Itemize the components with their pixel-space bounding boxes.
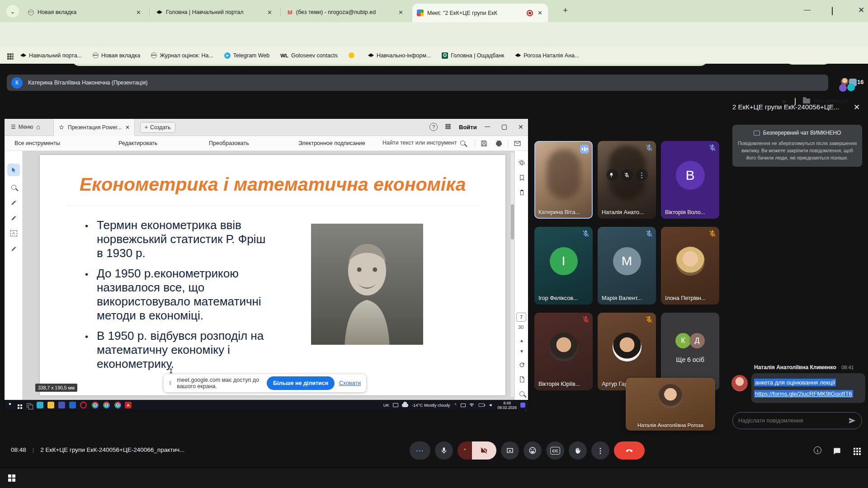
chat-message-bubble[interactable]: анкета для оцінювання лекції https://for…: [751, 373, 865, 403]
participant-tile[interactable]: В Вікторія Воло...: [661, 141, 719, 219]
acrobat-restore-button[interactable]: [502, 125, 507, 130]
new-tab-button[interactable]: +: [563, 5, 568, 15]
home-icon[interactable]: ⌂: [36, 123, 40, 131]
hide-link[interactable]: Сховати: [339, 380, 361, 386]
browser-tab-gmail[interactable]: M (без теми) - nrogoza@nubip.ed ✕: [283, 5, 409, 20]
page-view-icon[interactable]: [517, 374, 527, 384]
tab-close-icon[interactable]: ✕: [135, 9, 142, 16]
tab-close-icon[interactable]: ✕: [266, 9, 273, 16]
network-icon[interactable]: [469, 403, 474, 408]
zoom-tool-button[interactable]: [7, 181, 20, 193]
bookmark-portal[interactable]: Навчальний порта...: [20, 52, 82, 59]
mail-icon[interactable]: [514, 140, 521, 147]
tab-close-icon[interactable]: ✕: [397, 9, 404, 16]
more-options-button[interactable]: ⋮: [591, 441, 609, 460]
bookmarks-panel-icon[interactable]: [517, 173, 527, 183]
acrobat-icon[interactable]: A: [125, 402, 132, 408]
chrome-icon[interactable]: [103, 402, 110, 408]
menu-convert[interactable]: Преобразовать: [209, 140, 249, 146]
bookmark-rogoza[interactable]: Рогоза Наталія Ана...: [515, 52, 579, 59]
window-minimize-button[interactable]: —: [804, 5, 811, 13]
more-options-icon[interactable]: ⋮: [636, 169, 648, 181]
participant-tile[interactable]: І Ігор Феліксов...: [534, 227, 593, 305]
browser-tab-meet-active[interactable]: Meet: "2 ЕкК+ЦЕ групи ЕкК ✕: [412, 4, 548, 22]
camera-off-icon[interactable]: [472, 441, 496, 460]
participant-tile[interactable]: ⋮ Наталія Анато...: [598, 141, 656, 219]
signin-button[interactable]: Войти: [459, 124, 477, 131]
participant-tile[interactable]: Вікторія Юріїв...: [534, 313, 593, 390]
tab-search-button[interactable]: ⌄: [6, 5, 19, 18]
bookmark-goloseev[interactable]: WLGoloseev contacts: [280, 52, 338, 59]
find-tool[interactable]: Найти текст или инструмент: [382, 140, 465, 146]
scrollbar-thumb[interactable]: [511, 204, 514, 239]
drag-handle-icon[interactable]: ‖: [169, 380, 172, 386]
highlight-tool-button[interactable]: [7, 211, 20, 224]
stamp-tool-button[interactable]: [7, 242, 20, 255]
attachments-panel-icon[interactable]: [517, 188, 527, 197]
pen-tool-button[interactable]: [7, 196, 20, 209]
self-view-tile[interactable]: Наталія Анатоліївна Рогоза: [626, 378, 715, 431]
current-page-input[interactable]: 7: [516, 313, 526, 322]
chat-close-icon[interactable]: ✕: [854, 103, 860, 112]
create-button[interactable]: +Создать: [140, 122, 175, 133]
tab-close-icon[interactable]: ✕: [537, 9, 543, 16]
window-maximize-button[interactable]: [832, 7, 833, 15]
chat-panel-button[interactable]: [833, 447, 841, 455]
apps-grid-icon[interactable]: [445, 124, 447, 125]
display-icon[interactable]: [461, 404, 466, 407]
participant-tile[interactable]: Катерина Віта...: [534, 141, 593, 219]
raise-hand-button[interactable]: [569, 441, 587, 460]
outlook-icon[interactable]: [69, 402, 76, 408]
bookmark-telegram[interactable]: Telegram Web: [224, 52, 269, 59]
activities-button[interactable]: [854, 448, 855, 450]
print-icon[interactable]: [495, 140, 503, 147]
shared-clock[interactable]: 8:48 09.02.2026: [497, 401, 517, 410]
bookmark-info-portal[interactable]: Навчально-інформ...: [368, 52, 431, 59]
menu-all-tools[interactable]: Все инструменты: [14, 140, 60, 146]
chrome-icon[interactable]: [92, 402, 99, 408]
bookmark-unlabeled[interactable]: [349, 52, 357, 58]
page-down-icon[interactable]: ▼: [517, 346, 527, 356]
apps-grid-icon[interactable]: [7, 53, 9, 55]
end-call-button[interactable]: [614, 441, 645, 460]
chrome-icon[interactable]: [114, 402, 121, 408]
captions-button[interactable]: CC: [546, 441, 564, 460]
reactions-button[interactable]: [524, 441, 542, 460]
start-button[interactable]: [8, 474, 11, 478]
phone-link-icon[interactable]: [520, 403, 525, 408]
chat-message-link[interactable]: https://forms.gle/2jucRFMK9tGqofIT6: [754, 390, 853, 398]
send-icon[interactable]: [848, 417, 856, 425]
menu-edit[interactable]: Редактировать: [118, 140, 157, 146]
battery-icon[interactable]: [479, 404, 485, 407]
camera-options-chevron-icon[interactable]: ⌃: [458, 441, 472, 460]
document-scrollbar[interactable]: [511, 153, 514, 397]
chat-input[interactable]: [738, 418, 848, 424]
browser-tab-newtab[interactable]: Новая вкладка ✕: [24, 5, 146, 20]
start-icon[interactable]: [18, 404, 19, 406]
document-tab[interactable]: Презентация Power... ✕: [53, 119, 135, 136]
teams-icon[interactable]: [58, 402, 65, 408]
participant-tile[interactable]: М Марія Валент...: [598, 227, 656, 305]
help-icon[interactable]: ?: [429, 123, 438, 131]
store-icon[interactable]: [37, 402, 43, 408]
volume-icon[interactable]: [489, 403, 494, 408]
select-tool-button[interactable]: [7, 164, 20, 176]
tray-chevron-icon[interactable]: ⌃: [453, 403, 457, 408]
close-document-icon[interactable]: ✕: [125, 124, 130, 131]
acrobat-menu-button[interactable]: ☰Меню: [11, 124, 33, 130]
text-box-tool-button[interactable]: А: [7, 227, 20, 239]
save-icon[interactable]: [480, 140, 488, 147]
pin-icon[interactable]: [606, 169, 618, 181]
camera-button[interactable]: ⌃: [458, 441, 496, 460]
weather-text[interactable]: -14°C Mostly cloudy: [412, 403, 450, 408]
browser-tab-portal[interactable]: Головна | Навчальний портал ✕: [152, 5, 278, 20]
opera-icon[interactable]: [80, 402, 87, 408]
more-reactions-icon[interactable]: ⋯: [410, 441, 430, 460]
rotate-icon[interactable]: [517, 360, 527, 370]
settings-icon[interactable]: [517, 158, 527, 168]
page-up-icon[interactable]: ▲: [517, 335, 527, 345]
meeting-details-button[interactable]: i: [814, 446, 821, 454]
window-close-button[interactable]: ✕: [858, 5, 864, 15]
participant-tile[interactable]: Ілона Петрівн...: [661, 227, 719, 305]
bookmark-gradebook[interactable]: Журнал оцінок: На...: [151, 52, 213, 59]
